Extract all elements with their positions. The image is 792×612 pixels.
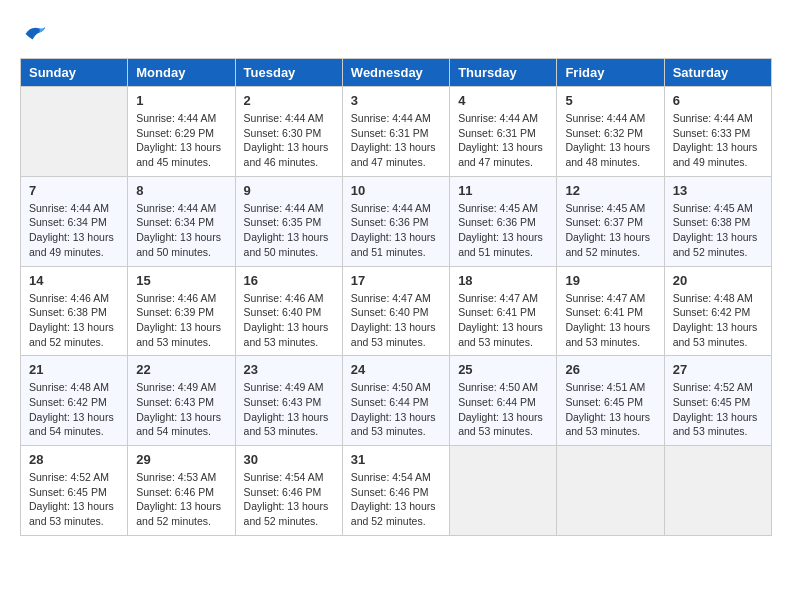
calendar-cell: 19 Sunrise: 4:47 AM Sunset: 6:41 PM Dayl… (557, 266, 664, 356)
daylight-minutes: and 52 minutes. (565, 246, 640, 258)
sunset-label: Sunset: 6:34 PM (29, 216, 107, 228)
daylight-minutes: and 50 minutes. (136, 246, 211, 258)
calendar-cell: 17 Sunrise: 4:47 AM Sunset: 6:40 PM Dayl… (342, 266, 449, 356)
day-info: Sunrise: 4:44 AM Sunset: 6:31 PM Dayligh… (458, 111, 548, 170)
daylight-minutes: and 53 minutes. (565, 336, 640, 348)
daylight-label: Daylight: 13 hours (673, 321, 758, 333)
day-info: Sunrise: 4:44 AM Sunset: 6:29 PM Dayligh… (136, 111, 226, 170)
day-info: Sunrise: 4:48 AM Sunset: 6:42 PM Dayligh… (673, 291, 763, 350)
day-number: 30 (244, 452, 334, 467)
daylight-label: Daylight: 13 hours (351, 321, 436, 333)
day-number: 17 (351, 273, 441, 288)
sunset-label: Sunset: 6:41 PM (458, 306, 536, 318)
sunrise-label: Sunrise: 4:44 AM (29, 202, 109, 214)
daylight-label: Daylight: 13 hours (136, 411, 221, 423)
day-number: 14 (29, 273, 119, 288)
daylight-minutes: and 53 minutes. (351, 336, 426, 348)
calendar-header-row: SundayMondayTuesdayWednesdayThursdayFrid… (21, 59, 772, 87)
day-number: 18 (458, 273, 548, 288)
sunrise-label: Sunrise: 4:54 AM (244, 471, 324, 483)
daylight-minutes: and 51 minutes. (458, 246, 533, 258)
calendar-cell: 22 Sunrise: 4:49 AM Sunset: 6:43 PM Dayl… (128, 356, 235, 446)
daylight-label: Daylight: 13 hours (29, 411, 114, 423)
sunset-label: Sunset: 6:32 PM (565, 127, 643, 139)
calendar-cell: 15 Sunrise: 4:46 AM Sunset: 6:39 PM Dayl… (128, 266, 235, 356)
daylight-label: Daylight: 13 hours (244, 321, 329, 333)
logo (20, 20, 52, 48)
day-info: Sunrise: 4:44 AM Sunset: 6:34 PM Dayligh… (136, 201, 226, 260)
day-number: 28 (29, 452, 119, 467)
daylight-label: Daylight: 13 hours (565, 411, 650, 423)
calendar-cell: 2 Sunrise: 4:44 AM Sunset: 6:30 PM Dayli… (235, 87, 342, 177)
calendar-week-row: 7 Sunrise: 4:44 AM Sunset: 6:34 PM Dayli… (21, 176, 772, 266)
day-info: Sunrise: 4:54 AM Sunset: 6:46 PM Dayligh… (351, 470, 441, 529)
sunset-label: Sunset: 6:33 PM (673, 127, 751, 139)
daylight-label: Daylight: 13 hours (29, 321, 114, 333)
daylight-minutes: and 53 minutes. (244, 336, 319, 348)
day-info: Sunrise: 4:50 AM Sunset: 6:44 PM Dayligh… (458, 380, 548, 439)
day-number: 23 (244, 362, 334, 377)
calendar-cell: 10 Sunrise: 4:44 AM Sunset: 6:36 PM Dayl… (342, 176, 449, 266)
day-number: 11 (458, 183, 548, 198)
sunrise-label: Sunrise: 4:44 AM (673, 112, 753, 124)
day-info: Sunrise: 4:47 AM Sunset: 6:40 PM Dayligh… (351, 291, 441, 350)
calendar-table: SundayMondayTuesdayWednesdayThursdayFrid… (20, 58, 772, 536)
daylight-minutes: and 53 minutes. (458, 425, 533, 437)
sunrise-label: Sunrise: 4:45 AM (673, 202, 753, 214)
day-number: 27 (673, 362, 763, 377)
sunrise-label: Sunrise: 4:44 AM (458, 112, 538, 124)
day-number: 29 (136, 452, 226, 467)
sunrise-label: Sunrise: 4:49 AM (244, 381, 324, 393)
sunrise-label: Sunrise: 4:53 AM (136, 471, 216, 483)
sunset-label: Sunset: 6:30 PM (244, 127, 322, 139)
sunrise-label: Sunrise: 4:44 AM (136, 112, 216, 124)
sunset-label: Sunset: 6:31 PM (351, 127, 429, 139)
daylight-minutes: and 49 minutes. (673, 156, 748, 168)
sunset-label: Sunset: 6:31 PM (458, 127, 536, 139)
sunset-label: Sunset: 6:42 PM (29, 396, 107, 408)
daylight-label: Daylight: 13 hours (351, 500, 436, 512)
sunset-label: Sunset: 6:35 PM (244, 216, 322, 228)
column-header-sunday: Sunday (21, 59, 128, 87)
daylight-label: Daylight: 13 hours (565, 231, 650, 243)
daylight-minutes: and 52 minutes. (29, 336, 104, 348)
day-info: Sunrise: 4:44 AM Sunset: 6:34 PM Dayligh… (29, 201, 119, 260)
calendar-cell: 26 Sunrise: 4:51 AM Sunset: 6:45 PM Dayl… (557, 356, 664, 446)
daylight-label: Daylight: 13 hours (29, 231, 114, 243)
column-header-tuesday: Tuesday (235, 59, 342, 87)
day-number: 12 (565, 183, 655, 198)
day-info: Sunrise: 4:49 AM Sunset: 6:43 PM Dayligh… (244, 380, 334, 439)
calendar-cell (21, 87, 128, 177)
daylight-minutes: and 53 minutes. (565, 425, 640, 437)
sunset-label: Sunset: 6:37 PM (565, 216, 643, 228)
sunset-label: Sunset: 6:46 PM (244, 486, 322, 498)
daylight-label: Daylight: 13 hours (136, 231, 221, 243)
daylight-label: Daylight: 13 hours (244, 231, 329, 243)
calendar-week-row: 28 Sunrise: 4:52 AM Sunset: 6:45 PM Dayl… (21, 446, 772, 536)
daylight-minutes: and 50 minutes. (244, 246, 319, 258)
calendar-cell: 23 Sunrise: 4:49 AM Sunset: 6:43 PM Dayl… (235, 356, 342, 446)
logo-bird-icon (20, 20, 48, 48)
daylight-minutes: and 47 minutes. (458, 156, 533, 168)
sunset-label: Sunset: 6:39 PM (136, 306, 214, 318)
column-header-monday: Monday (128, 59, 235, 87)
sunrise-label: Sunrise: 4:44 AM (244, 202, 324, 214)
day-number: 22 (136, 362, 226, 377)
day-info: Sunrise: 4:48 AM Sunset: 6:42 PM Dayligh… (29, 380, 119, 439)
daylight-label: Daylight: 13 hours (673, 231, 758, 243)
sunrise-label: Sunrise: 4:50 AM (351, 381, 431, 393)
daylight-minutes: and 52 minutes. (673, 246, 748, 258)
sunrise-label: Sunrise: 4:47 AM (351, 292, 431, 304)
sunrise-label: Sunrise: 4:46 AM (136, 292, 216, 304)
page-header (20, 20, 772, 48)
sunset-label: Sunset: 6:46 PM (351, 486, 429, 498)
sunset-label: Sunset: 6:43 PM (244, 396, 322, 408)
sunrise-label: Sunrise: 4:54 AM (351, 471, 431, 483)
daylight-label: Daylight: 13 hours (351, 411, 436, 423)
sunset-label: Sunset: 6:44 PM (351, 396, 429, 408)
day-number: 13 (673, 183, 763, 198)
daylight-minutes: and 53 minutes. (29, 515, 104, 527)
calendar-cell: 29 Sunrise: 4:53 AM Sunset: 6:46 PM Dayl… (128, 446, 235, 536)
sunset-label: Sunset: 6:40 PM (244, 306, 322, 318)
day-number: 2 (244, 93, 334, 108)
